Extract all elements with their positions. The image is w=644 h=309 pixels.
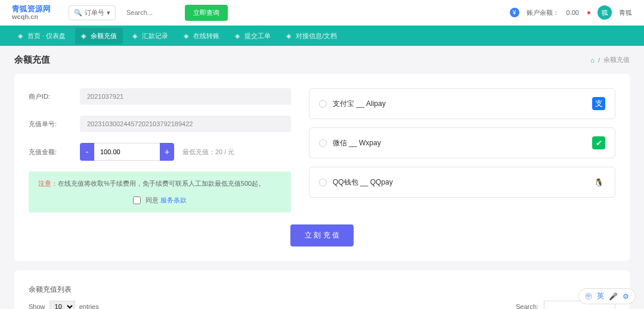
nav-item[interactable]: ◈余额充值 [75, 28, 123, 44]
ime-button[interactable]: ㊥ [585, 291, 592, 301]
pay-brand-icon: ✔ [592, 136, 605, 149]
ime-button[interactable]: 英 [597, 291, 604, 301]
list-title: 余额充值列表 [29, 285, 615, 295]
nav-icon: ◈ [286, 32, 293, 39]
submit-button[interactable]: 立 刻 充 值 [290, 224, 354, 246]
pay-brand-icon: 🐧 [592, 176, 605, 189]
balance-icon: ¥ [510, 8, 519, 17]
logo-cn: 青狐资源网 [12, 5, 51, 13]
navbar: ◈首页 · 仪表盘◈余额充值◈汇款记录◈在线转账◈提交工单◈对接信息/文档 [0, 26, 644, 46]
pay-option[interactable]: QQ钱包 __ QQpay🐧 [309, 167, 615, 198]
merchant-input[interactable] [80, 88, 291, 105]
radio-icon [319, 100, 327, 108]
logo-en: wcqh.cn [12, 13, 51, 20]
pay-brand-icon: 支 [592, 97, 605, 110]
amount-plus-button[interactable]: + [160, 143, 174, 161]
radio-icon [319, 139, 327, 147]
balance-label: 账户余额： [527, 8, 559, 17]
nav-icon: ◈ [81, 32, 88, 39]
amount-minus-button[interactable]: - [80, 143, 94, 161]
nav-icon: ◈ [18, 32, 25, 39]
amount-input[interactable] [94, 143, 160, 161]
search-icon: 🔍 [74, 9, 82, 17]
amount-label: 充值金额: [29, 148, 70, 157]
ime-button[interactable]: 🎤 [609, 292, 618, 301]
nav-icon: ◈ [235, 32, 242, 39]
terms-link[interactable]: 服务条款 [160, 196, 187, 204]
page-size-select[interactable]: 10 [49, 301, 75, 309]
agree-checkbox[interactable] [133, 196, 141, 204]
breadcrumb: ⌂ / 余额充值 [590, 55, 630, 64]
balance-value: 0.00 [566, 9, 579, 16]
ime-toolbar[interactable]: ㊥英🎤⚙ [578, 288, 636, 304]
pay-option[interactable]: 微信 __ Wxpay✔ [309, 127, 615, 158]
chevron-down-icon: ▾ [107, 9, 110, 17]
nav-item[interactable]: ◈对接信息/文档 [280, 28, 343, 44]
nav-icon: ◈ [184, 32, 191, 39]
order-label: 充值单号: [29, 120, 70, 129]
ime-button[interactable]: ⚙ [623, 292, 629, 301]
search-input[interactable] [120, 5, 180, 20]
avatar[interactable]: 狐 [597, 5, 612, 20]
radio-icon [319, 179, 327, 186]
notice-box: 注意：在线充值将收取%手续费用，免手续费可联系人工加款最低充值500起。 同意 … [29, 171, 291, 213]
notification-dot [587, 11, 590, 14]
nav-item[interactable]: ◈汇款记录 [126, 28, 174, 44]
nav-item[interactable]: ◈提交工单 [229, 28, 277, 44]
nav-icon: ◈ [132, 32, 140, 39]
breadcrumb-current: 余额充值 [603, 55, 630, 64]
home-icon[interactable]: ⌂ [590, 57, 595, 64]
page-title: 余额充值 [14, 54, 50, 65]
search-button[interactable]: 立即查询 [185, 5, 228, 21]
logo[interactable]: 青狐资源网 wcqh.cn [12, 5, 51, 20]
min-amount-text: 最低充值：20 / 元 [182, 148, 234, 157]
username[interactable]: 青狐 [619, 8, 632, 17]
pay-option[interactable]: 支付宝 __ Alipay支 [309, 88, 615, 119]
nav-item[interactable]: ◈在线转账 [178, 28, 225, 44]
order-input[interactable] [80, 116, 291, 132]
nav-item[interactable]: ◈首页 · 仪表盘 [12, 28, 72, 44]
merchant-label: 商户ID: [29, 92, 70, 101]
search-type-select[interactable]: 🔍 订单号 ▾ [69, 5, 116, 20]
